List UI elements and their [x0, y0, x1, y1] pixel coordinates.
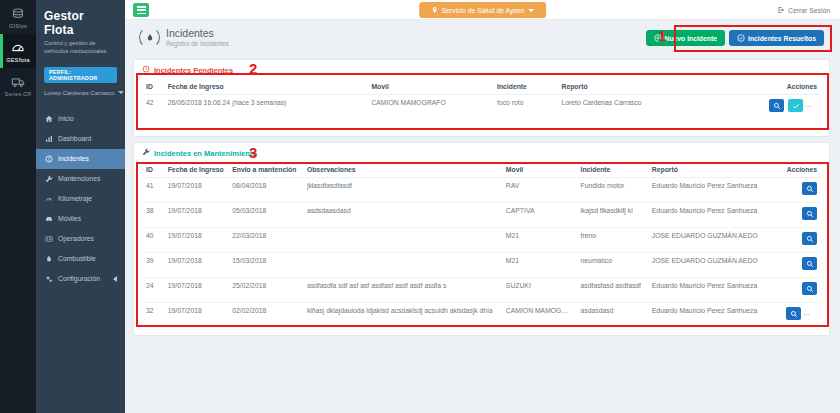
sidebar-item-inicio[interactable]: Inicio: [36, 109, 125, 129]
table-row: 42 26/06/2018 16:06:24 (hace 3 semanas) …: [142, 95, 821, 128]
maintenance-incidents-card: Incidentes en Mantenimiento ID Fecha de …: [133, 142, 830, 336]
send-to-maintenance-button[interactable]: [807, 99, 821, 112]
column-header-reporto: Reportó: [648, 162, 780, 178]
location-label: Servicio de Salud de Aysen: [442, 7, 525, 14]
truck-icon: [1, 75, 35, 89]
view-incident-button[interactable]: [802, 257, 817, 270]
wrench-icon: [811, 98, 819, 113]
hamburger-icon: [137, 6, 146, 8]
pending-incidents-card: Incidentes Pendientes ID Fecha de Ingres…: [133, 59, 830, 137]
column-header-fecha: Fecha de Ingreso: [164, 79, 368, 95]
column-header-envio: Envio a mantención: [228, 162, 303, 178]
column-header-movil: Movil: [502, 162, 577, 178]
resolved-incidents-label: Incidentes Resueltos: [748, 35, 816, 42]
wrench-icon: [44, 175, 53, 183]
sidebar-item-moviles[interactable]: Móviles: [36, 209, 125, 229]
cell-id: 42: [142, 95, 164, 128]
page-title: Incidentes: [166, 28, 229, 40]
sidebar-item-operadores[interactable]: Operadores: [36, 229, 125, 249]
sidebar-item-kilometraje[interactable]: Kilometraje: [36, 189, 125, 209]
speedometer-icon: [44, 195, 53, 203]
search-icon: [790, 306, 798, 321]
home-icon: [44, 115, 53, 123]
new-incident-button[interactable]: Nuevo Incidente: [646, 30, 726, 46]
pending-section-title: Incidentes Pendientes: [142, 65, 821, 75]
map-pin-icon: [431, 6, 438, 15]
chevron-down-icon: [118, 91, 124, 94]
column-header-id: ID: [142, 79, 164, 95]
sidebar-toggle-button[interactable]: [133, 3, 149, 17]
rail-item-gisips[interactable]: GISIps: [0, 0, 36, 34]
sidebar-item-label: Móviles: [58, 215, 81, 222]
column-header-observaciones: Observaciones: [303, 162, 502, 178]
sidebar-item-label: Operadores: [58, 235, 94, 242]
view-incident-button[interactable]: [802, 207, 817, 220]
search-icon: [773, 98, 781, 113]
chevron-left-icon: [113, 276, 117, 282]
user-name: Loreto Cardenas Carrasco: [44, 90, 115, 96]
resolved-incidents-button[interactable]: Incidentes Resueltos: [729, 30, 824, 46]
rail-item-label: GESflota: [1, 57, 35, 63]
logout-button[interactable]: Cerrar Sesión: [777, 0, 830, 20]
incident-report-button[interactable]: [805, 307, 820, 320]
file-icon: [809, 306, 817, 321]
view-incident-button[interactable]: [802, 282, 817, 295]
resolve-incident-button[interactable]: [788, 99, 803, 112]
view-incident-button[interactable]: [802, 182, 817, 195]
bar-chart-icon: [44, 135, 53, 143]
profile-badge: PERFIL: ADMINISTRADOR: [44, 67, 117, 83]
page-subtitle: Registro de Incidentes: [166, 40, 229, 47]
column-header-id: ID: [142, 162, 164, 178]
sidebar-item-label: Dashboard: [58, 135, 91, 142]
new-incident-label: Nuevo Incidente: [665, 35, 718, 42]
cell-fecha: 26/06/2018 16:06:24 (hace 3 semanas): [164, 95, 368, 128]
sidebar-item-label: Incidentes: [58, 155, 89, 162]
rail-item-series-cr[interactable]: Series CR: [0, 68, 36, 102]
app-title: Gestor Flota: [44, 9, 117, 37]
maintenance-section-title: Incidentes en Mantenimiento: [142, 148, 821, 158]
table-row: 39 19/07/2018 15/03/2018 M21 neumatico J…: [142, 253, 821, 278]
logout-label: Cerrar Sesión: [788, 7, 830, 14]
user-menu[interactable]: Loreto Cardenas Carrasco: [44, 90, 117, 96]
table-row: 40 19/07/2018 22/03/2018 M21 freno JOSE …: [142, 228, 821, 253]
topbar: Servicio de Salud de Aysen Cerrar Sesión: [125, 0, 840, 20]
sidebar-menu: Inicio Dashboard Incidentes Mantenciones…: [36, 109, 125, 289]
sidebar: Gestor Flota Control y gestión de vehícu…: [36, 0, 125, 413]
alert-circle-icon: [44, 155, 53, 163]
table-row: 32 19/07/2018 02/02/2018 klñasj dklajdau…: [142, 303, 821, 328]
rail-item-gesflota[interactable]: GESflota: [0, 34, 36, 68]
column-header-acciones: Acciones: [780, 162, 821, 178]
view-incident-button[interactable]: [802, 232, 817, 245]
cell-reporto: Loreto Cardenas Carrasco: [558, 95, 764, 128]
app-switcher-rail: GISIps GESflota Series CR: [0, 0, 36, 413]
sidebar-item-mantenciones[interactable]: Mantenciones: [36, 169, 125, 189]
search-icon: [806, 256, 814, 271]
wrench-icon: [142, 148, 150, 158]
table-row: 24 19/07/2018 25/02/2018 asdfasdfa sdf a…: [142, 278, 821, 303]
id-card-icon: [44, 235, 53, 243]
location-selector-button[interactable]: Servicio de Salud de Aysen: [419, 2, 547, 18]
gears-icon: [44, 275, 53, 283]
plus-circle-icon: [654, 34, 662, 43]
header-actions: Nuevo Incidente Incidentes Resueltos: [646, 30, 825, 46]
clock-icon: [142, 65, 150, 75]
sidebar-item-configuracion[interactable]: Configuración: [36, 269, 125, 289]
column-header-reporto: Reportó: [558, 79, 764, 95]
view-incident-button[interactable]: [786, 307, 801, 320]
cell-movil: CAMION MAMOGRAFO: [367, 95, 493, 128]
search-icon: [806, 231, 814, 246]
column-header-fecha: Fecha de Ingreso: [164, 162, 229, 178]
table-header-row: ID Fecha de Ingreso Envio a mantención O…: [142, 162, 821, 178]
cell-incidente: foco roto: [493, 95, 558, 128]
column-header-incidente: Incidente: [577, 162, 648, 178]
rail-item-label: Series CR: [1, 91, 35, 97]
chevron-down-icon: [528, 9, 534, 12]
sidebar-item-combustible[interactable]: Combustible: [36, 249, 125, 269]
sidebar-item-dashboard[interactable]: Dashboard: [36, 129, 125, 149]
fuel-icon: [44, 255, 53, 263]
rail-item-label: GISIps: [1, 23, 35, 29]
pending-incidents-table: ID Fecha de Ingreso Movil Incidente Repo…: [142, 79, 821, 128]
logout-icon: [777, 6, 785, 15]
sidebar-item-incidentes[interactable]: Incidentes: [36, 149, 125, 169]
view-incident-button[interactable]: [769, 99, 784, 112]
